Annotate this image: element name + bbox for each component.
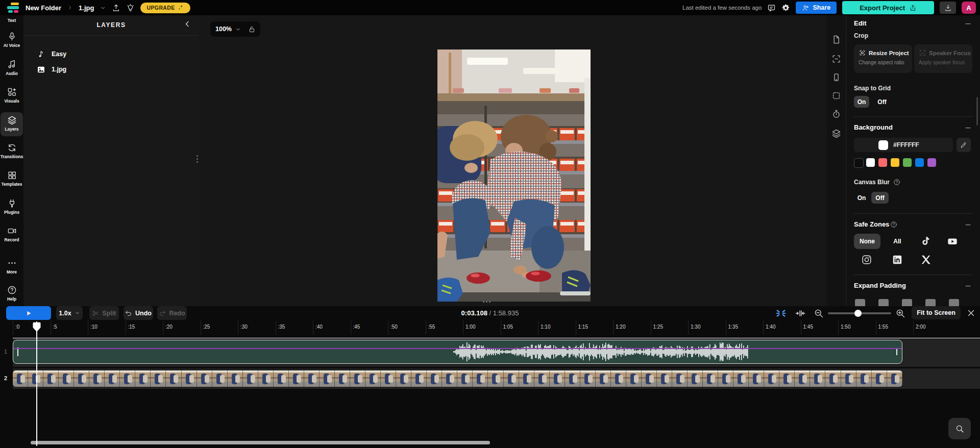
comment-icon[interactable]: [767, 4, 776, 12]
color-swatch-7[interactable]: [927, 158, 936, 167]
lightbulb-icon[interactable]: [126, 4, 135, 12]
canvas-lock-button[interactable]: [243, 21, 260, 37]
video-thumbnail: [381, 370, 396, 387]
zoom-out-icon[interactable]: [814, 308, 824, 318]
timeline-snap-icon[interactable]: [775, 308, 787, 319]
border-icon[interactable]: [831, 91, 841, 101]
export-project-button[interactable]: Export Project: [842, 1, 934, 14]
playhead-line[interactable]: [36, 321, 37, 446]
collapse-expand-padding-icon[interactable]: [964, 282, 972, 290]
padding-preset-icon[interactable]: [949, 299, 959, 306]
color-swatch-3[interactable]: [878, 158, 887, 167]
breadcrumb-file[interactable]: 1.jpg: [79, 4, 94, 12]
sidebar-item-plugins[interactable]: Plugins: [0, 198, 23, 215]
color-swatch-6[interactable]: [915, 158, 924, 167]
canvas-zoom-control[interactable]: 100%: [210, 21, 247, 37]
video-thumbnail: [350, 370, 365, 387]
title-menu-chevron-icon[interactable]: [100, 5, 106, 11]
layer-row-easy[interactable]: Easy: [37, 47, 66, 61]
panel-scrollbar[interactable]: [976, 97, 978, 126]
collapse-panel-icon[interactable]: [183, 19, 192, 29]
safe-zones-help-icon[interactable]: [890, 221, 897, 228]
sidebar-item-visuals[interactable]: Visuals: [0, 87, 23, 104]
safe-zone-x-icon[interactable]: [920, 254, 932, 265]
color-swatch-5[interactable]: [903, 158, 912, 167]
resize-project-button[interactable]: Resize Project Change aspect ratio: [854, 44, 912, 73]
safe-zone-tiktok-icon[interactable]: [920, 236, 931, 247]
timeline-zoom-slider[interactable]: [828, 312, 891, 314]
volume-line[interactable]: [13, 348, 902, 349]
sidebar-item-help[interactable]: Help: [0, 285, 23, 302]
canvas-frame-icon[interactable]: [831, 54, 841, 64]
video-thumbnail: [289, 370, 304, 387]
speaker-focus-button[interactable]: Speaker Focus Apply speaker focus: [914, 44, 972, 73]
safe-zone-all-button[interactable]: All: [889, 234, 905, 249]
upload-icon[interactable]: [112, 4, 120, 12]
padding-preset-icon[interactable]: [855, 299, 865, 306]
collapse-edit-icon[interactable]: [964, 20, 972, 28]
sidebar-item-transitions[interactable]: Transitions: [0, 143, 23, 159]
gear-icon[interactable]: [781, 4, 790, 12]
sidebar-item-templates[interactable]: Templates: [0, 170, 23, 187]
collapse-safe-zones-icon[interactable]: [964, 221, 972, 229]
ruler-label: :50: [390, 324, 398, 330]
color-swatch-4[interactable]: [891, 158, 899, 167]
canvas-blur-help-icon[interactable]: [893, 179, 900, 186]
timeline-resize-handle[interactable]: [483, 301, 491, 303]
sidebar-item-ai-voice[interactable]: AI Voice: [0, 32, 23, 48]
download-button[interactable]: [940, 2, 956, 14]
blur-off-button[interactable]: Off: [871, 192, 889, 204]
safe-zone-youtube-icon[interactable]: [947, 236, 958, 247]
upgrade-button[interactable]: UPGRADE: [140, 3, 190, 13]
zoom-slider-knob[interactable]: [854, 310, 862, 317]
background-color-field[interactable]: #FFFFFF: [854, 138, 953, 152]
avatar[interactable]: A: [962, 2, 976, 14]
sidebar-item-audio[interactable]: Audio: [0, 60, 23, 76]
sidebar-item-more[interactable]: More: [0, 258, 23, 275]
ruler-label: 1:00: [465, 324, 475, 330]
timeline-search-button[interactable]: [948, 418, 971, 439]
eyedropper-button[interactable]: [957, 138, 971, 152]
stack-icon[interactable]: [831, 129, 841, 138]
breadcrumb-folder[interactable]: New Folder: [26, 4, 61, 12]
plugins-icon: [7, 198, 17, 208]
video-thumbnail: [565, 370, 580, 387]
playhead-handle[interactable]: [33, 322, 41, 332]
safe-zone-none-button[interactable]: None: [854, 234, 880, 249]
padding-preset-icon[interactable]: [878, 299, 889, 306]
collapse-background-icon[interactable]: [964, 124, 972, 132]
panel-resize-handle[interactable]: [195, 155, 199, 166]
color-swatch-1[interactable]: [854, 158, 864, 168]
padding-preset-icon[interactable]: [925, 299, 936, 306]
audio-clip[interactable]: [13, 340, 902, 364]
app-logo-icon[interactable]: [6, 2, 20, 13]
sidebar-item-record[interactable]: Record: [0, 226, 23, 242]
safe-zone-linkedin-icon[interactable]: [892, 254, 903, 265]
padding-preset-icon[interactable]: [902, 299, 912, 306]
color-swatch-2[interactable]: [866, 158, 875, 167]
video-clip[interactable]: [13, 370, 902, 387]
audio-waveform: [453, 341, 748, 363]
canvas-image[interactable]: [437, 49, 591, 302]
share-button[interactable]: Share: [796, 2, 837, 14]
video-thumbnail: [519, 370, 534, 387]
fit-to-screen-button[interactable]: Fit to Screen: [912, 306, 961, 319]
collapse-gaps-icon[interactable]: [794, 308, 806, 319]
sidebar-item-layers[interactable]: Layers: [0, 115, 23, 132]
snap-on-button[interactable]: On: [854, 96, 869, 108]
phone-icon[interactable]: [831, 72, 841, 82]
timer-icon[interactable]: [831, 109, 841, 119]
timeline-ruler[interactable]: :0:5:10:15:20:25:30:35:40:45:50:551:001:…: [0, 320, 980, 336]
zoom-in-icon[interactable]: [895, 308, 905, 318]
safe-zone-instagram-icon[interactable]: [861, 254, 872, 265]
timeline-horizontal-scrollbar[interactable]: [31, 441, 490, 444]
last-edited-status: Last edited a few seconds ago: [682, 5, 762, 11]
sidebar-item-text[interactable]: Text: [0, 16, 23, 23]
canvas-stage[interactable]: 100%: [199, 15, 827, 306]
snap-off-button[interactable]: Off: [874, 96, 890, 108]
layer-row-1-jpg[interactable]: 1.jpg: [37, 63, 66, 76]
video-thumbnail: [718, 370, 733, 387]
blur-on-button[interactable]: On: [854, 192, 869, 204]
file-icon[interactable]: [831, 35, 841, 44]
close-timeline-icon[interactable]: [967, 309, 975, 317]
